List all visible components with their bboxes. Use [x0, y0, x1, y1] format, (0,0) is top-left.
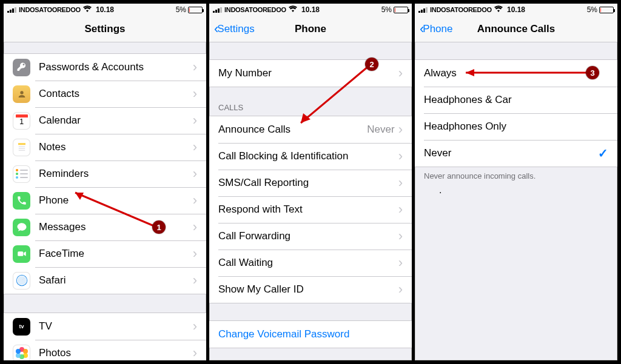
row-label: Show My Caller ID	[218, 283, 398, 296]
settings-row-messages[interactable]: Messages ›	[4, 214, 206, 240]
nav-bar: ‹ Phone Announce Calls	[415, 16, 617, 42]
phone-icon	[13, 192, 30, 210]
row-label: Notes	[39, 141, 193, 153]
chevron-right-icon: ›	[398, 123, 403, 136]
chevron-right-icon: ›	[398, 230, 403, 243]
row-label: Contacts	[39, 88, 193, 100]
battery-percent: 5%	[587, 5, 597, 14]
row-label: Change Voicemail Password	[218, 328, 403, 340]
facetime-icon	[13, 245, 30, 263]
callout-badge-2: 2	[365, 58, 378, 71]
calendar-icon: 1	[13, 112, 30, 130]
row-label: Call Forwarding	[218, 230, 398, 242]
row-label: Call Waiting	[218, 257, 398, 269]
key-icon	[13, 59, 30, 76]
row-call-waiting[interactable]: Call Waiting ›	[209, 250, 412, 276]
row-change-voicemail-password[interactable]: Change Voicemail Password	[209, 321, 412, 348]
signal-icon	[418, 7, 428, 13]
settings-row-photos[interactable]: Photos ›	[4, 340, 206, 360]
screen-phone-settings: INDOSATOOREDOO 10.18 5% ‹ Settings Phone…	[209, 4, 412, 360]
battery-icon	[394, 7, 408, 13]
chevron-right-icon: ›	[193, 274, 197, 287]
battery-icon	[188, 7, 203, 13]
settings-row-contacts[interactable]: Contacts ›	[4, 81, 206, 107]
settings-row-calendar[interactable]: 1 Calendar ›	[4, 107, 206, 134]
page-title: Settings	[4, 23, 206, 35]
chevron-right-icon: ›	[193, 320, 197, 333]
row-announce-calls[interactable]: Announce Calls Never ›	[209, 116, 412, 143]
back-label: Phone	[423, 23, 452, 35]
reminders-icon	[13, 165, 30, 183]
status-bar: INDOSATOOREDOO 10.18 5%	[415, 4, 617, 16]
row-label: FaceTime	[39, 248, 193, 260]
chevron-right-icon: ›	[193, 247, 197, 260]
safari-icon	[13, 272, 30, 290]
chevron-right-icon: ›	[193, 194, 197, 207]
row-call-forwarding[interactable]: Call Forwarding ›	[209, 223, 412, 250]
settings-row-reminders[interactable]: Reminders ›	[4, 160, 206, 187]
photos-icon	[13, 345, 30, 361]
row-label: Photos	[39, 347, 193, 359]
chevron-right-icon: ›	[193, 220, 197, 234]
option-label: Headphones Only	[424, 121, 608, 133]
row-detail: Never	[367, 124, 394, 136]
notes-icon	[13, 139, 30, 156]
chevron-right-icon: ›	[193, 87, 197, 101]
option-headphones-only[interactable]: Headphones Only	[415, 113, 617, 140]
clock-label: 10.18	[96, 5, 114, 14]
checkmark-icon: ✓	[598, 146, 608, 160]
tv-icon: tv	[13, 318, 30, 336]
screen-settings: INDOSATOOREDOO 10.18 5% Settings Passwor…	[4, 4, 206, 360]
carrier-label: INDOSATOOREDOO	[224, 6, 286, 13]
row-label: Safari	[39, 274, 193, 286]
row-label: Messages	[39, 221, 193, 233]
chevron-right-icon: ›	[193, 61, 197, 74]
chevron-right-icon: ›	[398, 256, 403, 270]
settings-row-safari[interactable]: Safari ›	[4, 267, 206, 294]
chevron-right-icon: ›	[398, 176, 403, 190]
settings-row-facetime[interactable]: FaceTime ›	[4, 240, 206, 267]
option-headphones-car[interactable]: Headphones & Car	[415, 87, 617, 113]
back-button[interactable]: ‹ Phone	[420, 22, 453, 36]
wifi-icon	[289, 5, 297, 14]
chevron-right-icon: ›	[398, 150, 403, 163]
group-header-calls: CALLS	[209, 99, 412, 116]
row-call-blocking[interactable]: Call Blocking & Identification ›	[209, 143, 412, 170]
settings-row-notes[interactable]: Notes ›	[4, 134, 206, 160]
status-bar: INDOSATOOREDOO 10.18 5%	[209, 4, 412, 16]
chevron-right-icon: ›	[193, 167, 197, 180]
settings-row-phone[interactable]: Phone ›	[4, 187, 206, 214]
status-bar: INDOSATOOREDOO 10.18 5%	[4, 4, 206, 16]
row-respond-with-text[interactable]: Respond with Text ›	[209, 196, 412, 223]
screen-announce-calls: INDOSATOOREDOO 10.18 5% ‹ Phone Announce…	[415, 4, 617, 360]
settings-row-passwords[interactable]: Passwords & Accounts ›	[4, 54, 206, 81]
row-my-number[interactable]: My Number ›	[209, 60, 412, 87]
row-label: Respond with Text	[218, 204, 398, 216]
battery-percent: 5%	[381, 5, 392, 14]
row-label: Reminders	[39, 168, 193, 180]
back-button[interactable]: ‹ Settings	[214, 22, 255, 36]
clock-label: 10.18	[507, 5, 525, 14]
svg-rect-5	[18, 251, 23, 256]
callout-badge-3: 3	[586, 66, 599, 79]
back-label: Settings	[217, 23, 254, 35]
svg-point-0	[20, 91, 23, 94]
row-show-caller-id[interactable]: Show My Caller ID ›	[209, 276, 412, 303]
settings-row-tv[interactable]: tv TV ›	[4, 313, 206, 340]
row-label: SMS/Call Reporting	[218, 177, 398, 189]
messages-icon	[13, 219, 30, 236]
wifi-icon	[83, 5, 92, 14]
battery-icon	[599, 7, 614, 13]
dot: .	[415, 185, 617, 196]
row-label: Announce Calls	[218, 124, 367, 136]
signal-icon	[7, 7, 16, 13]
svg-rect-1	[18, 143, 25, 145]
row-sms-call-reporting[interactable]: SMS/Call Reporting ›	[209, 170, 412, 196]
chevron-right-icon: ›	[193, 346, 197, 360]
option-never[interactable]: Never ✓	[415, 140, 617, 167]
option-label: Headphones & Car	[424, 94, 608, 106]
carrier-label: INDOSATOOREDOO	[19, 6, 81, 13]
clock-label: 10.18	[301, 5, 320, 14]
row-label: Call Blocking & Identification	[218, 150, 398, 162]
row-label: Passwords & Accounts	[39, 61, 193, 73]
